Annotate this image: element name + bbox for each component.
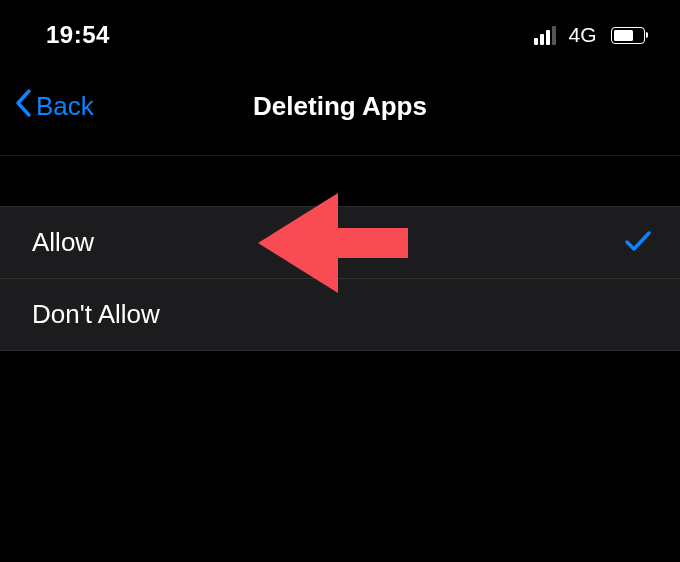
option-allow[interactable]: Allow [0, 207, 680, 279]
back-label: Back [36, 91, 94, 122]
status-indicators: 4G [534, 23, 648, 47]
chevron-left-icon [14, 88, 32, 125]
options-list: Allow Don't Allow [0, 206, 680, 351]
battery-icon [611, 27, 649, 44]
status-time: 19:54 [46, 21, 110, 49]
option-dont-allow[interactable]: Don't Allow [0, 279, 680, 350]
checkmark-icon [624, 229, 652, 257]
nav-bar: Back Deleting Apps [0, 60, 680, 156]
page-title: Deleting Apps [253, 91, 427, 122]
network-type: 4G [568, 23, 596, 47]
back-button[interactable]: Back [14, 88, 94, 125]
option-label: Allow [32, 227, 94, 258]
option-label: Don't Allow [32, 299, 160, 330]
battery-fill [614, 30, 634, 41]
signal-icon [534, 26, 556, 45]
status-bar: 19:54 4G [0, 0, 680, 60]
